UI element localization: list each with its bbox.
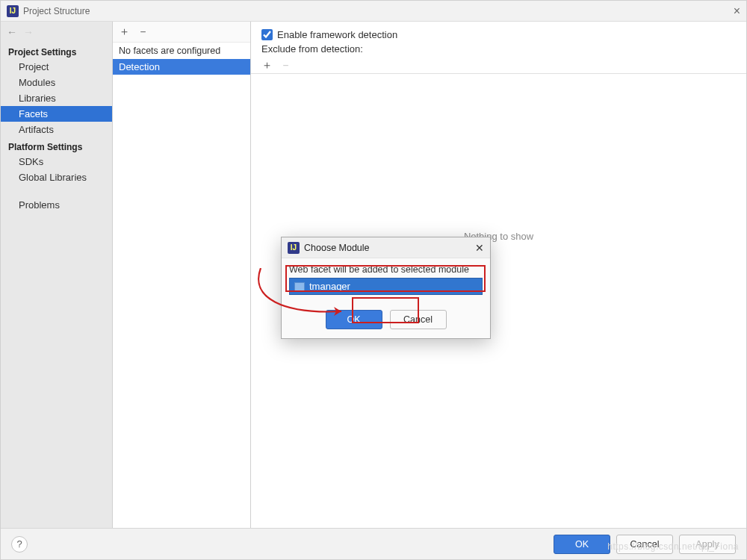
enable-framework-detection-label: Enable framework detection — [277, 29, 397, 40]
titlebar: IJ Project Structure × — [1, 1, 746, 22]
nav-arrows: ← → — [1, 22, 112, 43]
choose-module-hint: Web facet will be added to selected modu… — [289, 264, 483, 278]
close-icon[interactable]: × — [734, 4, 740, 18]
sidebar-item-libraries[interactable]: Libraries — [1, 90, 112, 106]
facets-list-panel: ＋ － No facets are configured Detection — [113, 22, 251, 528]
nav-back-icon[interactable]: ← — [7, 26, 17, 38]
choose-module-cancel-button[interactable]: Cancel — [390, 310, 447, 329]
window-title: Project Structure — [23, 6, 734, 16]
sidebar-item-facets[interactable]: Facets — [1, 106, 112, 122]
enable-framework-detection-checkbox[interactable] — [261, 29, 273, 40]
sidebar-item-modules[interactable]: Modules — [1, 75, 112, 90]
module-name: tmanager — [309, 281, 350, 292]
sidebar-item-problems[interactable]: Problems — [1, 197, 112, 213]
add-facet-icon[interactable]: ＋ — [119, 25, 130, 39]
sidebar-item-project[interactable]: Project — [1, 59, 112, 75]
module-folder-icon — [294, 282, 305, 291]
project-structure-dialog: IJ Project Structure × ← → Project Setti… — [0, 0, 747, 560]
choose-module-dialog: IJ Choose Module ✕ Web facet will be add… — [281, 237, 491, 339]
remove-facet-icon[interactable]: － — [137, 25, 149, 39]
exclude-add-icon[interactable]: ＋ — [261, 58, 273, 72]
sidebar-item-artifacts[interactable]: Artifacts — [1, 122, 112, 137]
exclude-from-detection-label: Exclude from detection: — [251, 43, 746, 57]
exclude-remove-icon: － — [280, 58, 291, 72]
watermark: https://blog.csdn.net/qq_Fiona — [607, 541, 739, 552]
choose-module-close-icon[interactable]: ✕ — [475, 242, 484, 254]
nav-forward-icon: → — [23, 26, 34, 38]
facets-toolbar: ＋ － — [113, 22, 250, 43]
choose-module-titlebar: IJ Choose Module ✕ — [282, 237, 490, 258]
app-icon: IJ — [7, 5, 19, 17]
app-icon: IJ — [288, 242, 300, 254]
sidebar-item-sdks[interactable]: SDKs — [1, 154, 112, 169]
ok-button[interactable]: OK — [554, 535, 610, 554]
exclude-toolbar: ＋ － — [251, 57, 746, 74]
sidebar-section-project-settings: Project Settings — [1, 43, 112, 59]
module-list-item-tmanager[interactable]: tmanager — [289, 278, 483, 295]
facets-empty-msg: No facets are configured — [113, 43, 250, 59]
choose-module-title: Choose Module — [304, 243, 475, 253]
sidebar: ← → Project Settings Project Modules Lib… — [1, 22, 113, 528]
choose-module-ok-button[interactable]: OK — [326, 310, 382, 329]
sidebar-item-global-libraries[interactable]: Global Libraries — [1, 169, 112, 185]
help-button[interactable]: ? — [11, 536, 28, 553]
sidebar-section-platform-settings: Platform Settings — [1, 137, 112, 154]
facets-list-item-detection[interactable]: Detection — [113, 59, 250, 75]
